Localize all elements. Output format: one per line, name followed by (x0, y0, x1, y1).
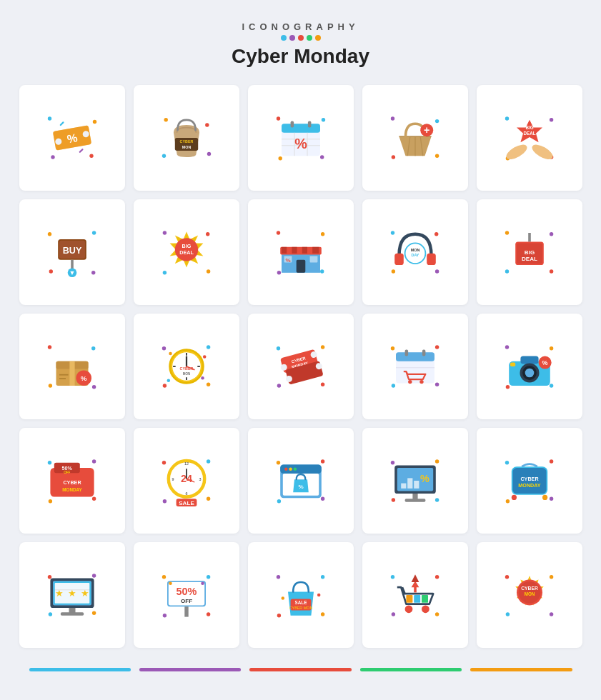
icon-calendar-percent: % (248, 85, 354, 191)
svg-text:DEAL: DEAL (522, 256, 537, 262)
page-header: ICONOGRAPHY Cyber Monday (232, 21, 369, 68)
svg-point-166 (48, 499, 51, 503)
svg-rect-78 (296, 260, 305, 273)
svg-rect-95 (528, 233, 531, 242)
icon-monitor-percent: % (362, 428, 468, 534)
svg-point-112 (206, 345, 209, 349)
svg-text:%: % (294, 136, 307, 151)
brand-name: ICONOGRAPHY (232, 21, 369, 32)
icon-shopping-bag-sale: SALE CYBER MON (248, 542, 354, 648)
svg-point-269 (549, 612, 552, 616)
svg-text:SALE: SALE (294, 600, 307, 605)
svg-point-215 (549, 497, 552, 501)
svg-rect-148 (422, 350, 425, 356)
svg-rect-25 (307, 121, 311, 128)
svg-point-202 (391, 498, 394, 501)
svg-point-21 (320, 155, 324, 159)
svg-point-249 (277, 614, 280, 617)
svg-point-102 (48, 384, 51, 387)
svg-text:%: % (542, 359, 547, 366)
icon-calendar-cart (362, 314, 468, 419)
svg-point-116 (202, 355, 206, 359)
svg-text:%: % (420, 473, 429, 484)
svg-point-221 (542, 495, 547, 500)
svg-point-266 (505, 575, 508, 579)
svg-text:MON: MON (524, 591, 535, 596)
svg-point-92 (549, 232, 552, 236)
icon-monitor-stars: ★ ★ ★ (19, 542, 125, 648)
footer-line-orange (470, 668, 572, 671)
svg-point-83 (434, 232, 438, 236)
svg-point-259 (434, 612, 438, 616)
svg-point-100 (47, 345, 51, 349)
footer-line-red (249, 668, 351, 671)
svg-point-31 (390, 116, 394, 120)
svg-point-101 (91, 346, 95, 350)
svg-text:9: 9 (172, 477, 174, 481)
svg-point-82 (390, 231, 394, 234)
icon-cyber-clock: CYBER MON (134, 314, 239, 419)
svg-point-50 (91, 231, 95, 234)
svg-point-70 (277, 271, 280, 274)
svg-text:+: + (423, 124, 429, 136)
icon-clock-24: 12 3 6 9 24 SALE (134, 428, 239, 534)
icon-cyber-mon-sticker: CYBER MON (477, 542, 582, 648)
svg-point-252 (317, 594, 320, 597)
svg-point-143 (391, 384, 394, 387)
icon-fifty-billboard: 50% OFF (134, 542, 239, 648)
svg-text:BIG: BIG (182, 243, 191, 249)
svg-rect-24 (290, 121, 294, 128)
svg-point-91 (505, 231, 508, 234)
svg-point-192 (320, 497, 324, 501)
svg-point-212 (505, 461, 508, 464)
svg-point-267 (549, 575, 552, 579)
svg-point-222 (47, 575, 51, 579)
svg-point-1 (92, 120, 96, 124)
svg-text:BIG: BIG (525, 125, 533, 130)
svg-rect-262 (406, 595, 412, 603)
svg-rect-86 (394, 254, 404, 265)
svg-rect-147 (404, 350, 408, 356)
icon-cart-rocket (362, 542, 468, 648)
svg-rect-161 (510, 363, 515, 366)
svg-point-256 (390, 575, 394, 579)
svg-point-200 (390, 461, 394, 464)
icon-cyber-bucket: CYBER MON (134, 85, 239, 191)
icon-cyber-badge: CYBER MONDAY (477, 428, 582, 534)
svg-point-131 (277, 384, 280, 387)
svg-point-129 (276, 346, 279, 350)
svg-text:DEAL: DEAL (523, 131, 535, 136)
svg-point-69 (320, 232, 324, 236)
icon-camera: % (477, 314, 582, 419)
svg-text:▼: ▼ (69, 269, 75, 276)
svg-point-190 (320, 459, 324, 463)
dot-5 (315, 35, 321, 41)
svg-point-49 (47, 232, 51, 236)
svg-point-245 (169, 582, 172, 586)
svg-point-52 (91, 271, 95, 274)
svg-point-150 (408, 380, 412, 384)
svg-point-220 (511, 495, 516, 500)
icon-ticket: % (19, 85, 125, 191)
svg-rect-74 (282, 247, 287, 254)
dot-3 (298, 35, 304, 41)
svg-rect-157 (520, 356, 538, 364)
dot-1 (281, 35, 287, 41)
svg-rect-263 (414, 595, 420, 603)
svg-rect-56 (71, 260, 74, 270)
svg-point-59 (162, 231, 166, 234)
svg-rect-23 (282, 124, 320, 133)
svg-text:OFF: OFF (180, 598, 192, 604)
svg-point-94 (549, 269, 552, 273)
svg-point-12 (205, 123, 209, 126)
svg-point-62 (206, 269, 209, 273)
svg-text:OFF: OFF (64, 471, 70, 474)
svg-rect-80 (309, 256, 317, 262)
svg-rect-75 (292, 247, 297, 254)
svg-point-3 (89, 154, 93, 158)
svg-point-144 (434, 383, 438, 386)
icon-big-deal-hands: BIG DEAL (477, 85, 582, 191)
svg-text:CYBER: CYBER (63, 479, 81, 486)
svg-point-68 (276, 231, 279, 234)
svg-rect-87 (427, 254, 436, 265)
